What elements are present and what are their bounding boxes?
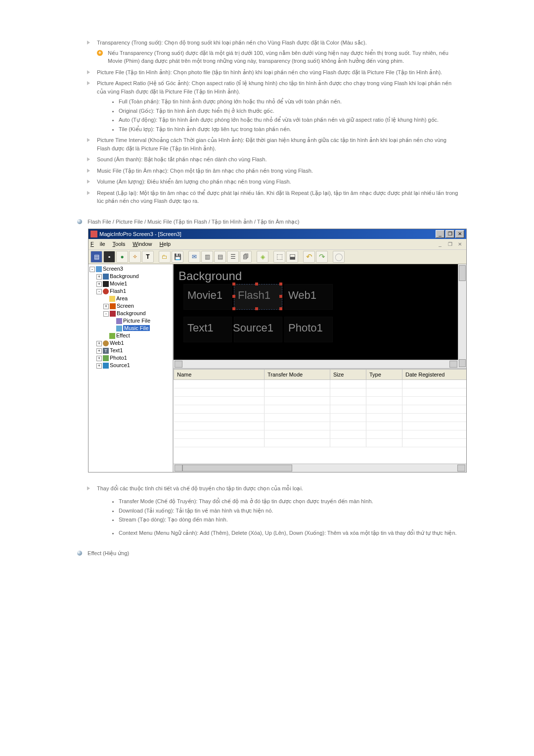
close-button[interactable]: ✕ bbox=[455, 230, 464, 238]
col-transfer-mode[interactable]: Transfer Mode bbox=[265, 369, 330, 380]
tree-expand-icon[interactable]: + bbox=[96, 363, 102, 369]
table-row[interactable] bbox=[174, 414, 467, 422]
maximize-button[interactable]: ❐ bbox=[445, 230, 454, 238]
tb-icon-doc4[interactable]: 🗐 bbox=[240, 251, 252, 263]
resize-handle-icon[interactable] bbox=[255, 283, 258, 285]
tree-source1[interactable]: Source1 bbox=[110, 362, 130, 368]
tree-effect[interactable]: Effect bbox=[116, 332, 130, 338]
tb-icon-doc2[interactable]: ▤ bbox=[214, 251, 226, 263]
tb-icon-record[interactable]: ◯ bbox=[333, 251, 345, 263]
table-row[interactable] bbox=[174, 397, 467, 405]
grid-h-scrollbar[interactable] bbox=[174, 464, 466, 472]
menu-file[interactable]: File bbox=[90, 241, 105, 247]
tree-pane[interactable]: -Screen3 +Background +Movie1 -Flash1 Are… bbox=[89, 264, 174, 472]
file-grid[interactable]: Name Transfer Mode Size Type Date Regist… bbox=[174, 368, 466, 464]
canvas-region[interactable] bbox=[284, 284, 333, 310]
tree-picture-file[interactable]: Picture File bbox=[123, 318, 150, 324]
tree-bg-sub[interactable]: Background bbox=[117, 310, 146, 316]
tb-icon-diamond[interactable]: ◈ bbox=[257, 251, 268, 263]
tree-expand-icon[interactable]: + bbox=[96, 348, 102, 354]
resize-handle-icon[interactable] bbox=[279, 283, 282, 285]
tree-music-file[interactable]: Music File bbox=[123, 325, 150, 331]
table-row[interactable] bbox=[174, 388, 467, 397]
resize-handle-icon[interactable] bbox=[279, 307, 282, 310]
resize-handle-icon[interactable] bbox=[232, 295, 235, 298]
tb-icon-text[interactable]: T bbox=[142, 251, 154, 263]
table-row[interactable] bbox=[174, 422, 467, 430]
tree-collapse-icon[interactable]: - bbox=[103, 311, 109, 317]
col-size[interactable]: Size bbox=[330, 369, 366, 380]
canvas-h-scrollbar[interactable] bbox=[174, 360, 458, 368]
tree-text1[interactable]: Text1 bbox=[110, 347, 123, 353]
tb-icon-open[interactable]: 🗀 bbox=[159, 251, 171, 263]
mdi-restore-button[interactable]: ❐ bbox=[445, 240, 454, 248]
tree-flash1[interactable]: Flash1 bbox=[110, 288, 126, 294]
col-type[interactable]: Type bbox=[366, 369, 402, 380]
tb-icon-doc1[interactable]: ▥ bbox=[201, 251, 213, 263]
table-row[interactable] bbox=[174, 405, 467, 414]
tree-collapse-icon[interactable]: - bbox=[96, 289, 102, 294]
resize-handle-icon[interactable] bbox=[255, 307, 258, 310]
tree-screen[interactable]: Screen bbox=[117, 303, 134, 309]
tb-icon-undo[interactable]: ↶ bbox=[303, 251, 315, 263]
tree-expand-icon[interactable]: + bbox=[96, 282, 102, 287]
canvas-region-selected[interactable] bbox=[234, 284, 282, 310]
resize-handle-icon[interactable] bbox=[279, 295, 282, 298]
canvas-region[interactable] bbox=[183, 284, 232, 310]
section-effect-title: Effect (Hiệu ứng) bbox=[88, 550, 129, 556]
tree-expand-icon[interactable]: + bbox=[96, 356, 102, 361]
tree-photo1[interactable]: Photo1 bbox=[110, 355, 127, 361]
mdi-close-button[interactable]: ✕ bbox=[455, 240, 464, 248]
tb-icon-1[interactable]: ▤ bbox=[90, 251, 102, 263]
scroll-thumb[interactable] bbox=[459, 265, 466, 281]
scroll-down-icon[interactable] bbox=[459, 359, 466, 367]
canvas-v-scrollbar[interactable] bbox=[458, 264, 466, 368]
tree-area[interactable]: Area bbox=[116, 295, 128, 301]
source-icon bbox=[103, 363, 109, 369]
title-bar[interactable]: MagicInfoPro Screen3 - [Screen3] _ ❐ ✕ bbox=[89, 229, 466, 239]
tb-icon-back[interactable]: ⬓ bbox=[286, 251, 298, 263]
col-name[interactable]: Name bbox=[174, 369, 265, 380]
tb-icon-redo[interactable]: ↷ bbox=[316, 251, 328, 263]
scroll-right-icon[interactable] bbox=[457, 465, 465, 472]
tb-icon-front[interactable]: ⬚ bbox=[273, 251, 285, 263]
table-row[interactable] bbox=[174, 380, 467, 388]
tb-icon-save[interactable]: 💾 bbox=[172, 251, 183, 263]
tb-icon-2[interactable]: ▪ bbox=[103, 251, 115, 263]
minimize-button[interactable]: _ bbox=[436, 230, 445, 238]
tb-icon-3[interactable]: ● bbox=[116, 251, 128, 263]
tree-expand-icon[interactable]: + bbox=[96, 341, 102, 346]
menu-bar: File Tools Window Help _ ❐ ✕ bbox=[89, 239, 466, 249]
scroll-right-icon[interactable] bbox=[449, 361, 457, 368]
tree-web1[interactable]: Web1 bbox=[110, 340, 124, 346]
menu-tools[interactable]: Tools bbox=[113, 241, 126, 247]
scroll-left-icon[interactable] bbox=[175, 465, 182, 472]
mdi-minimize-button[interactable]: _ bbox=[436, 240, 445, 248]
tree-background[interactable]: Background bbox=[110, 273, 139, 279]
menu-window[interactable]: Window bbox=[133, 241, 152, 247]
menu-help[interactable]: Help bbox=[160, 241, 171, 247]
tree-expand-icon[interactable]: + bbox=[96, 274, 102, 280]
resize-handle-icon[interactable] bbox=[232, 283, 235, 285]
scroll-left-icon[interactable] bbox=[175, 361, 182, 368]
resize-handle-icon[interactable] bbox=[232, 307, 235, 310]
canvas-region[interactable] bbox=[284, 317, 333, 342]
tb-icon-mail[interactable]: ✉ bbox=[188, 251, 200, 263]
tree-collapse-icon[interactable]: - bbox=[89, 267, 95, 272]
scroll-thumb[interactable] bbox=[182, 465, 292, 472]
tb-icon-doc3[interactable]: ☰ bbox=[227, 251, 239, 263]
tree-screen3[interactable]: Screen3 bbox=[103, 266, 123, 272]
canvas-region[interactable] bbox=[183, 317, 232, 342]
app-logo-icon bbox=[90, 231, 97, 237]
canvas-region[interactable] bbox=[234, 317, 282, 342]
col-date-registered[interactable]: Date Registered bbox=[402, 369, 467, 380]
aspect-tile: Tile (Kiểu lợp): Tập tin hình ảnh được l… bbox=[119, 125, 460, 134]
table-row[interactable] bbox=[174, 430, 467, 439]
layout-canvas[interactable]: Background Movie1 Flash1 Web1 Text1 Sour… bbox=[174, 264, 466, 368]
tb-icon-4[interactable]: ✧ bbox=[129, 251, 141, 263]
aspect-full: Full (Toàn phần): Tập tin hình ảnh được … bbox=[119, 97, 460, 106]
music-file-icon bbox=[116, 326, 122, 331]
tree-expand-icon[interactable]: + bbox=[103, 304, 109, 309]
tree-movie1[interactable]: Movie1 bbox=[110, 281, 127, 286]
table-row[interactable] bbox=[174, 439, 467, 447]
